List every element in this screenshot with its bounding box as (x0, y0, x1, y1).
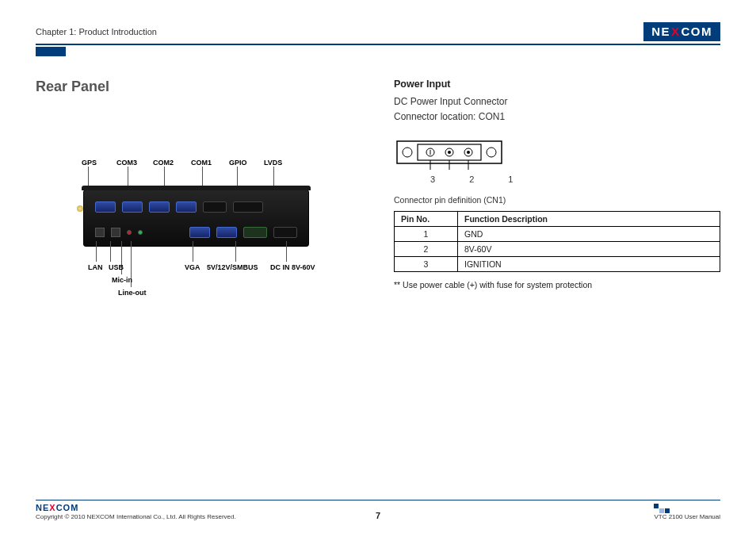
logo-text-post: COM (682, 25, 713, 38)
cell-fn: IGNITION (458, 257, 720, 272)
label-lvds: LVDS (264, 159, 282, 167)
footer-squares-icon (654, 504, 720, 513)
footer-rule (36, 500, 720, 501)
page-header: Chapter 1: Product Introduction NEXCOM (36, 22, 720, 41)
leader-line (235, 241, 236, 262)
dc-in-port-icon (273, 227, 297, 238)
brand-logo: NEXCOM (643, 22, 720, 41)
svg-point-7 (448, 151, 451, 154)
page-number: 7 (376, 511, 380, 520)
audio-jack-icon (138, 230, 143, 235)
smbus-port-icon (243, 227, 267, 238)
footer-logo: NEXCOM (36, 503, 236, 512)
label-com2: COM2 (153, 159, 174, 167)
label-com3: COM3 (116, 159, 137, 167)
leader-line (110, 241, 111, 262)
leader-line (193, 241, 193, 262)
table-header-row: Pin No. Function Description (395, 212, 720, 227)
cell-fn: 8V-60V (458, 242, 720, 257)
label-com1: COM1 (191, 159, 212, 167)
power-desc-2: Connector location: CON1 (394, 109, 720, 125)
serial-port-icon (95, 201, 116, 213)
th-pin: Pin No. (395, 212, 458, 227)
th-function: Function Description (458, 212, 720, 227)
section-tab (36, 47, 66, 56)
label-vga: VGA (185, 263, 200, 271)
usb-port-icon (111, 228, 120, 237)
manual-name: VTC 2100 User Manual (654, 513, 720, 520)
label-usb: USB (109, 263, 124, 271)
left-column: Rear Panel GPS COM3 COM2 COM1 GPIO LVDS (36, 79, 362, 313)
cell-pin: 2 (395, 242, 458, 257)
leader-line (286, 241, 287, 262)
logo-text-pre: NE (36, 503, 49, 512)
page-footer: NEXCOM Copyright © 2010 NEXCOM Internati… (36, 500, 720, 521)
logo-text-pre: NE (651, 25, 670, 38)
content-columns: Rear Panel GPS COM3 COM2 COM1 GPIO LVDS (36, 79, 720, 313)
serial-port-icon (122, 201, 143, 213)
leader-line (96, 241, 97, 262)
table-caption: Connector pin definition (CN1) (394, 195, 720, 205)
serial-port-icon (149, 201, 170, 213)
label-gps: GPS (82, 159, 97, 167)
serial-port-icon (176, 201, 197, 213)
lvds-port-icon (233, 201, 263, 213)
chapter-title: Chapter 1: Product Introduction (36, 27, 157, 36)
cell-pin: 3 (395, 257, 458, 272)
connector-svg-icon (394, 138, 513, 171)
table-row: 1 GND (395, 227, 720, 242)
svg-point-2 (403, 148, 412, 157)
label-gpio: GPIO (229, 159, 247, 167)
rear-panel-diagram: GPS COM3 COM2 COM1 GPIO LVDS (36, 130, 353, 313)
svg-point-3 (487, 148, 496, 157)
lan-port-icon (95, 228, 105, 237)
footer-left: NEXCOM Copyright © 2010 NEXCOM Internati… (36, 503, 236, 520)
header-rule (36, 44, 720, 45)
port-row-top (95, 201, 297, 213)
port-row-bottom (95, 227, 297, 238)
label-dcin: DC IN 8V-60V (270, 263, 315, 271)
pin-table: Pin No. Function Description 1 GND 2 8V-… (394, 211, 720, 272)
right-column: Power Input DC Power Input Connector Con… (394, 79, 720, 313)
logo-text-post: COM (56, 503, 79, 512)
cell-pin: 1 (395, 227, 458, 242)
label-lan: LAN (88, 263, 103, 271)
vga-port-icon (189, 227, 210, 238)
footer-right: VTC 2100 User Manual (654, 504, 720, 520)
table-row: 2 8V-60V (395, 242, 720, 257)
copyright-text: Copyright © 2010 NEXCOM International Co… (36, 513, 236, 520)
pin-numbers: 3 2 1 (430, 174, 720, 184)
label-lineout: Line-out (118, 289, 147, 297)
footnote: ** Use power cable (+) with fuse for sys… (394, 280, 720, 290)
footer-row: NEXCOM Copyright © 2010 NEXCOM Internati… (36, 503, 720, 520)
label-smbus: 5V/12V/SMBUS (207, 263, 258, 271)
logo-x-icon: X (49, 503, 55, 512)
connector-diagram: 3 2 1 (394, 138, 720, 184)
table-row: 3 IGNITION (395, 257, 720, 272)
svg-point-9 (467, 151, 470, 154)
logo-x-icon: X (671, 25, 681, 38)
gpio-port-icon (203, 201, 227, 213)
section-title: Rear Panel (36, 79, 362, 95)
vga-port-icon (216, 227, 237, 238)
antenna-icon (77, 205, 83, 212)
device-body (83, 190, 309, 247)
power-input-title: Power Input (394, 79, 720, 90)
power-desc-1: DC Power Input Connector (394, 94, 720, 109)
label-mic: Mic-in (112, 276, 132, 284)
audio-jack-icon (127, 230, 132, 235)
cell-fn: GND (458, 227, 720, 242)
